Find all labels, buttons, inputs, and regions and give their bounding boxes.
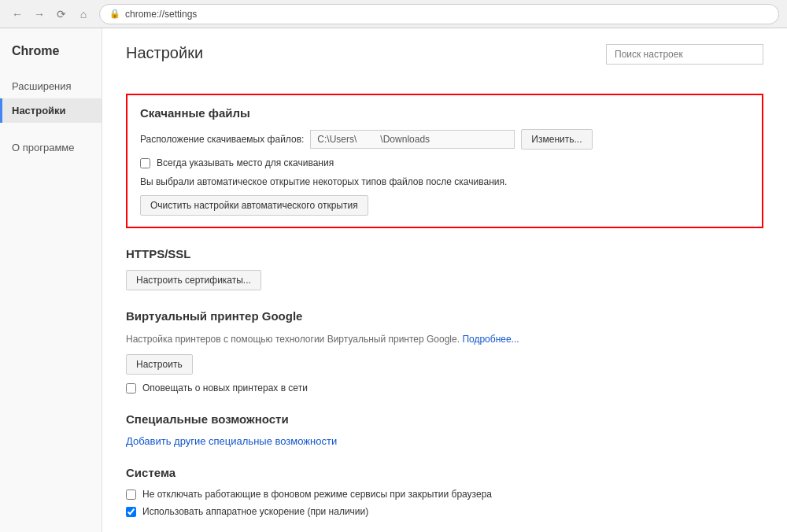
back-button[interactable]: ←	[8, 5, 27, 24]
reload-button[interactable]: ⟳	[52, 5, 71, 24]
settings-search-input[interactable]	[606, 44, 763, 65]
downloads-section: Скачанные файлы Расположение скачиваемых…	[126, 94, 763, 228]
background-services-checkbox[interactable]	[126, 490, 136, 500]
clear-auto-open-button[interactable]: Очистить настройки автоматического откры…	[140, 195, 368, 216]
accessibility-section: Специальные возможности Добавить другие …	[126, 412, 763, 447]
printer-section: Виртуальный принтер Google Настройка при…	[126, 309, 763, 393]
browser-bar: ← → ⟳ ⌂ 🔒 chrome://settings	[0, 0, 787, 28]
printer-learn-more-link[interactable]: Подробнее...	[462, 334, 519, 345]
address-text: chrome://settings	[125, 9, 197, 20]
configure-certs-button[interactable]: Настроить сертификаты...	[126, 270, 261, 290]
sidebar-title: Chrome	[0, 44, 102, 74]
hardware-acceleration-checkbox[interactable]	[126, 507, 136, 517]
address-bar[interactable]: 🔒 chrome://settings	[99, 4, 779, 24]
content-header: Настройки	[126, 44, 763, 78]
main-layout: Chrome Расширения Настройки О программе …	[0, 28, 787, 532]
always-ask-checkbox[interactable]	[140, 158, 150, 168]
printer-section-title: Виртуальный принтер Google	[126, 309, 763, 323]
notify-printers-checkbox[interactable]	[126, 383, 136, 393]
background-services-label[interactable]: Не отключать работающие в фоновом режиме…	[142, 489, 492, 500]
auto-open-text: Вы выбрали автоматическое открытие некот…	[140, 175, 749, 189]
accessibility-section-title: Специальные возможности	[126, 412, 763, 426]
system-section-title: Система	[126, 466, 763, 479]
add-accessibility-link[interactable]: Добавить другие специальные возможности	[126, 435, 337, 447]
page-title: Настройки	[126, 44, 203, 62]
home-button[interactable]: ⌂	[74, 5, 93, 24]
https-section-title: HTTPS/SSL	[126, 247, 763, 260]
download-path-row: Расположение скачиваемых файлов: Изменит…	[140, 129, 749, 150]
forward-button[interactable]: →	[30, 5, 49, 24]
content-area: Настройки Скачанные файлы Расположение с…	[102, 28, 787, 532]
always-ask-label[interactable]: Всегда указывать место для скачивания	[157, 157, 334, 168]
path-label: Расположение скачиваемых файлов:	[140, 134, 304, 145]
notify-printers-label[interactable]: Оповещать о новых принтерах в сети	[142, 382, 308, 393]
hardware-acceleration-label[interactable]: Использовать аппаратное ускорение (при н…	[142, 506, 368, 517]
lock-icon: 🔒	[109, 9, 120, 19]
https-section: HTTPS/SSL Настроить сертификаты...	[126, 247, 763, 290]
printer-desc: Настройка принтеров с помощью технологии…	[126, 332, 763, 346]
hardware-acceleration-row: Использовать аппаратное ускорение (при н…	[126, 506, 763, 517]
download-path-input[interactable]	[310, 130, 515, 149]
downloads-section-title: Скачанные файлы	[140, 106, 749, 120]
sidebar: Chrome Расширения Настройки О программе	[0, 28, 102, 532]
notify-printers-row: Оповещать о новых принтерах в сети	[126, 382, 763, 393]
nav-buttons: ← → ⟳ ⌂	[8, 5, 93, 24]
always-ask-row: Всегда указывать место для скачивания	[140, 157, 749, 168]
background-services-row: Не отключать работающие в фоновом режиме…	[126, 489, 763, 500]
setup-printer-button[interactable]: Настроить	[126, 354, 193, 375]
sidebar-item-settings[interactable]: Настройки	[0, 98, 102, 123]
sidebar-item-extensions[interactable]: Расширения	[0, 74, 102, 98]
change-path-button[interactable]: Изменить...	[521, 129, 592, 150]
sidebar-item-about[interactable]: О программе	[0, 135, 102, 160]
system-section: Система Не отключать работающие в фоново…	[126, 466, 763, 517]
